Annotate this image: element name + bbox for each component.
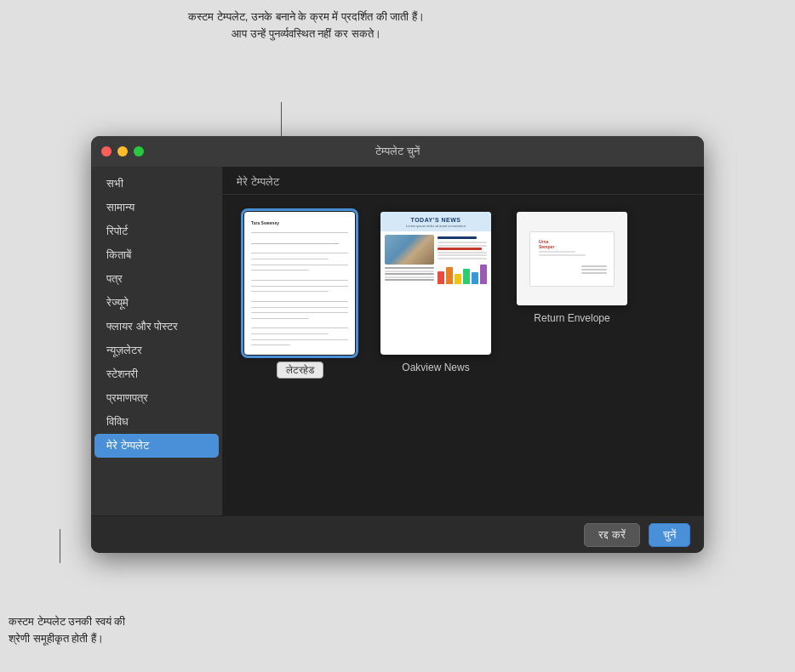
envelope-address xyxy=(581,264,607,276)
titlebar: टेम्पलेट चुनें xyxy=(91,136,704,167)
sidebar-item-stationery[interactable]: स्टेशनरी xyxy=(94,362,219,386)
news-col-left xyxy=(385,235,434,284)
news-body xyxy=(380,231,491,288)
return-envelope-label: Return Envelope xyxy=(534,312,609,324)
template-thumb-letterhead: Tara Sweeney xyxy=(244,212,355,355)
main-content: मेरे टेम्पलेट Tara Sweeney xyxy=(223,167,704,515)
sidebar-item-books[interactable]: किताबें xyxy=(94,243,219,267)
templates-grid: Tara Sweeney xyxy=(223,195,704,515)
choose-button[interactable]: चुनें xyxy=(649,523,690,547)
annotation-line-bottom xyxy=(60,529,60,563)
zoom-button[interactable] xyxy=(134,146,144,157)
sidebar-item-all[interactable]: सभी xyxy=(94,172,219,196)
sidebar: सभीसामान्यरिपोर्टकिताबेंपत्ररेज्यूमेफ्ला… xyxy=(91,167,223,515)
letterhead-preview: Tara Sweeney xyxy=(244,212,355,355)
news-header-band: TODAY'S NEWS Lorem ipsum dolor sit amet … xyxy=(380,212,491,231)
lh-divider xyxy=(251,232,348,233)
annotation-bottom: कस्टम टेम्पलेट उनकी स्वयं की श्रेणी समूह… xyxy=(9,613,149,646)
news-preview: TODAY'S NEWS Lorem ipsum dolor sit amet … xyxy=(380,212,491,355)
cancel-button[interactable]: रद्द करें xyxy=(584,523,640,547)
close-button[interactable] xyxy=(101,146,112,157)
news-image xyxy=(385,235,434,265)
traffic-lights xyxy=(101,146,144,157)
sidebar-item-general[interactable]: सामान्य xyxy=(94,196,219,219)
news-main-title: TODAY'S NEWS xyxy=(385,217,487,223)
annotation-top: कस्टम टेम्पलेट, उनके बनाने के क्रम में प… xyxy=(187,9,426,42)
template-thumb-return-envelope: UrnaSemper xyxy=(517,212,627,305)
letterhead-label-button[interactable]: लेटरहेड xyxy=(277,362,323,379)
window-footer: रद्द करें चुनें xyxy=(91,515,704,553)
template-item-return-envelope[interactable]: UrnaSemper Return Envelope xyxy=(512,212,632,379)
sidebar-item-my-templates[interactable]: मेरे टेम्पलेट xyxy=(94,434,219,458)
news-col-right xyxy=(438,235,487,284)
news-chart xyxy=(438,263,487,284)
lh-header-text: Tara Sweeney xyxy=(251,220,348,225)
sidebar-item-certificate[interactable]: प्रमाणपत्र xyxy=(94,386,219,410)
window-title: टेम्पलेट चुनें xyxy=(375,145,420,158)
oakview-news-label: Oakview News xyxy=(402,362,469,373)
sidebar-item-report[interactable]: रिपोर्ट xyxy=(94,219,219,243)
sidebar-item-misc[interactable]: विविध xyxy=(94,410,219,434)
template-item-oakview-news[interactable]: TODAY'S NEWS Lorem ipsum dolor sit amet … xyxy=(376,212,495,379)
sidebar-item-resume[interactable]: रेज्यूमे xyxy=(94,291,219,315)
window-body: सभीसामान्यरिपोर्टकिताबेंपत्ररेज्यूमेफ्ला… xyxy=(91,167,704,515)
template-item-letterhead[interactable]: Tara Sweeney xyxy=(240,212,359,379)
news-subtitle: Lorem ipsum dolor sit amet consectetur xyxy=(385,224,487,228)
template-chooser-window: टेम्पलेट चुनें सभीसामान्यरिपोर्टकिताबेंप… xyxy=(91,136,704,553)
template-thumb-oakview-news: TODAY'S NEWS Lorem ipsum dolor sit amet … xyxy=(380,212,491,355)
lh-content-block xyxy=(251,243,339,244)
minimize-button[interactable] xyxy=(117,146,128,157)
envelope-inner: UrnaSemper xyxy=(529,231,615,287)
envelope-name: UrnaSemper xyxy=(539,239,605,249)
section-header: मेरे टेम्पलेट xyxy=(223,167,704,195)
envelope-preview: UrnaSemper xyxy=(517,212,627,305)
sidebar-item-letter[interactable]: पत्र xyxy=(94,267,219,291)
sidebar-item-flyer[interactable]: फ्लायर और पोस्टर xyxy=(94,315,219,339)
sidebar-item-newsletter[interactable]: न्यूज़लेटर xyxy=(94,339,219,362)
